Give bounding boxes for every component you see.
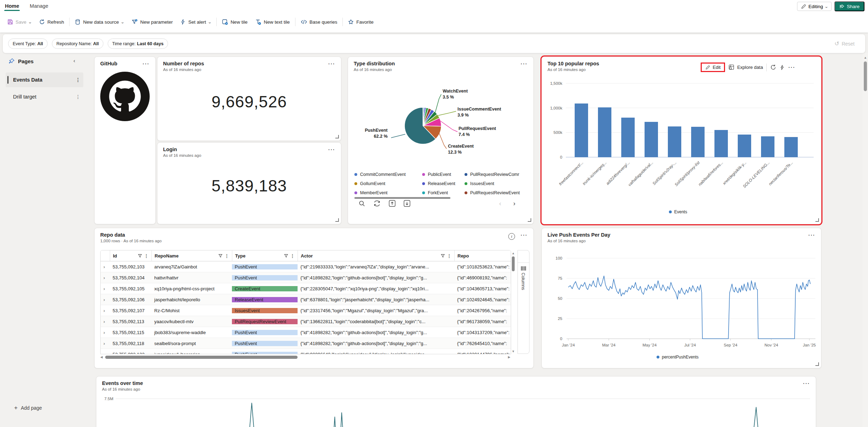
expand-row-icon[interactable]: ›	[103, 297, 105, 302]
sidebar-item-events-data[interactable]: Events Data ⋮	[6, 72, 83, 87]
resize-handle[interactable]	[815, 218, 819, 222]
resize-handle[interactable]	[335, 135, 339, 138]
tile-menu-icon[interactable]: ···	[328, 61, 335, 67]
tile-type-distribution[interactable]: Type distribution As of 16 minutes ago ·…	[348, 57, 534, 224]
new-tile-button[interactable]: New tile	[218, 16, 251, 28]
scroll-right-icon[interactable]: ▶	[505, 355, 510, 359]
swap-axes-icon[interactable]	[373, 200, 381, 207]
page-scrollbar[interactable]: ▲	[863, 53, 868, 427]
scroll-up-icon[interactable]: ▲	[511, 251, 515, 255]
expand-row-icon[interactable]: ›	[103, 264, 105, 269]
legend-item[interactable]: ReleaseEvent	[422, 179, 465, 188]
column-header-repo[interactable]: Repo	[454, 250, 510, 261]
columns-panel[interactable]: Columns	[517, 250, 529, 354]
table-row[interactable]: ›53,755,092,106jasperhabicht/leporelloRe…	[101, 294, 511, 305]
more-options-icon[interactable]: ⋮	[76, 77, 80, 83]
tile-menu-icon[interactable]: ···	[808, 232, 815, 238]
filter-repository-name[interactable]: Repository Name: All	[52, 38, 103, 49]
legend-item[interactable]: PullRequestReviewComr	[465, 170, 527, 179]
scroll-up-icon[interactable]: ▲	[863, 56, 868, 59]
move-down-icon[interactable]	[403, 200, 411, 207]
legend-item[interactable]: ForkEvent	[422, 188, 465, 197]
vertical-scrollbar[interactable]: ▲ ▼	[511, 251, 515, 353]
expand-row-icon[interactable]: ›	[103, 341, 105, 346]
expand-row-icon[interactable]: ›	[103, 352, 105, 354]
tile-live-push-events[interactable]: Live Push Events Per Day As of 16 minute…	[541, 228, 821, 368]
tile-menu-icon[interactable]: ···	[521, 61, 528, 67]
more-options-icon[interactable]: ⋮	[144, 253, 149, 259]
tile-github[interactable]: GitHub ···	[94, 57, 156, 224]
sidebar-item-drill-target[interactable]: Drill target ⋮	[6, 89, 83, 104]
move-up-icon[interactable]	[389, 200, 396, 207]
column-header-reponame[interactable]: RepoName⋮	[151, 250, 232, 261]
expand-row-icon[interactable]: ›	[103, 308, 105, 313]
new-text-tile-button[interactable]: New text tile	[251, 16, 294, 28]
legend-item[interactable]: IssuesEvent	[465, 179, 527, 188]
favorite-button[interactable]: Favorite	[344, 16, 377, 28]
table-row[interactable]: ›53,755,092,107Rz-C/MohistIssuesEvent{"i…	[101, 305, 511, 316]
resize-handle[interactable]	[815, 362, 819, 366]
legend-item[interactable]: CommitCommentEvent	[354, 170, 422, 179]
expand-row-icon[interactable]: ›	[103, 319, 105, 324]
legend-item[interactable]: PullRequestReviewEvent	[465, 188, 527, 197]
collapse-sidebar-icon[interactable]: ‹	[73, 58, 75, 64]
table-row[interactable]: ›53,755,092,122junseidesu/LibcararianPus…	[101, 349, 511, 354]
table-row[interactable]: ›53,755,092,104hattvr/hattvrPushEvent{"i…	[101, 272, 511, 283]
table-row[interactable]: ›53,755,092,118sealbell/sora-promptPushE…	[101, 338, 511, 349]
table-row[interactable]: ›53,755,092,115jbob383/supreme-waddlePus…	[101, 327, 511, 338]
more-options-icon[interactable]: ⋮	[225, 253, 229, 259]
filter-time-range[interactable]: Time range: Last 60 days	[108, 38, 168, 49]
more-options-icon[interactable]: ⋮	[290, 253, 295, 259]
tile-login[interactable]: Login As of 16 minutes ago ··· 5,839,183	[157, 142, 341, 224]
more-options-icon[interactable]: ⋮	[447, 253, 451, 259]
info-icon[interactable]: i	[508, 233, 515, 240]
edit-button[interactable]: Edit	[701, 63, 725, 72]
legend-item[interactable]: PublicEvent	[422, 170, 465, 179]
column-header-type[interactable]: Type⋮	[232, 250, 298, 261]
resize-handle[interactable]	[528, 218, 531, 222]
tab-home[interactable]: Home	[5, 3, 19, 9]
scroll-left-icon[interactable]: ◀	[100, 355, 105, 359]
more-options-icon[interactable]: ⋮	[76, 94, 80, 100]
legend-page-next-icon[interactable]: ›	[513, 200, 515, 207]
editing-button[interactable]: Editing ⌄	[797, 2, 832, 11]
base-queries-button[interactable]: Base queries	[297, 16, 341, 28]
column-header-id[interactable]: Id⋮	[110, 250, 151, 261]
tile-menu-icon[interactable]: ···	[328, 147, 335, 153]
tile-events-over-time[interactable]: Events over time As of 16 minutes ago ··…	[96, 376, 816, 427]
table-row[interactable]: ›53,755,092,113yaacov/kubectl-mtvPullReq…	[101, 316, 511, 327]
scrollbar-thumb[interactable]	[512, 256, 515, 271]
expand-row-icon[interactable]: ›	[103, 330, 105, 335]
tile-top10-popular-repos[interactable]: Top 10 popular repos As of 16 minutes ag…	[541, 57, 821, 224]
resize-handle[interactable]	[335, 218, 339, 222]
tile-menu-icon[interactable]: ···	[521, 232, 528, 238]
tile-number-of-repos[interactable]: Number of repos As of 16 minutes ago ···…	[157, 57, 341, 141]
search-icon[interactable]	[359, 200, 365, 207]
save-button[interactable]: Save ⌄	[4, 16, 35, 28]
add-page-button[interactable]: + Add page	[14, 404, 42, 411]
legend-item[interactable]: GollumEvent	[354, 179, 422, 188]
legend-page-prev-icon[interactable]: ‹	[499, 200, 501, 207]
share-button[interactable]: Share	[834, 1, 864, 11]
scroll-down-icon[interactable]: ▼	[511, 350, 515, 353]
reset-button[interactable]: ↺ Reset	[834, 40, 855, 47]
tile-menu-icon[interactable]: ···	[143, 61, 150, 67]
refresh-button[interactable]: Refresh	[35, 16, 68, 28]
column-header-actor[interactable]: Actor⋮	[298, 250, 454, 261]
lightning-icon[interactable]	[780, 65, 785, 70]
set-alert-button[interactable]: Set alert ⌄	[176, 16, 215, 28]
expand-row-icon[interactable]: ›	[103, 275, 105, 280]
new-parameter-button[interactable]: New parameter	[128, 16, 176, 28]
table-row[interactable]: ›53,755,092,105xq10riya-png/html-css-pro…	[101, 283, 511, 294]
scrollbar-thumb[interactable]	[105, 356, 298, 359]
tile-repo-data[interactable]: Repo data 1,000 rows · As of 16 minutes …	[94, 228, 534, 368]
refresh-tile-icon[interactable]	[770, 64, 776, 70]
legend-scrollbar[interactable]	[354, 197, 450, 199]
horizontal-scrollbar[interactable]: ◀ ▶	[100, 355, 510, 360]
new-data-source-button[interactable]: New data source ⌄	[71, 16, 128, 28]
scrollbar-thumb[interactable]	[864, 61, 867, 91]
tile-menu-icon[interactable]: ···	[788, 65, 795, 70]
tile-menu-icon[interactable]: ···	[803, 381, 810, 386]
filter-event-type[interactable]: Event Type: All	[8, 38, 48, 49]
explore-data-button[interactable]: Explore data	[729, 64, 763, 70]
